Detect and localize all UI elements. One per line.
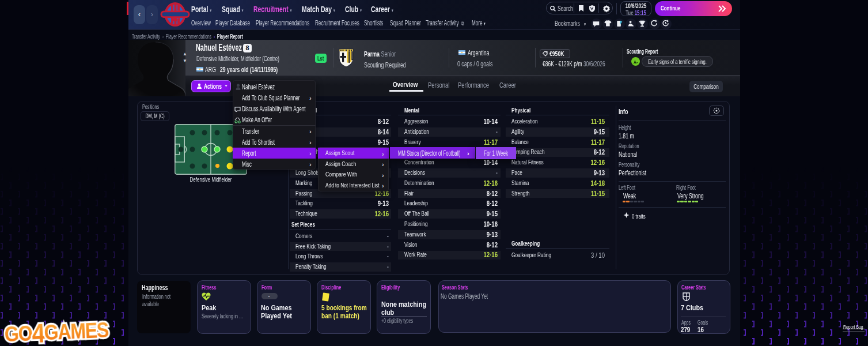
svg-text:GO4GAMES: GO4GAMES xyxy=(4,315,109,346)
